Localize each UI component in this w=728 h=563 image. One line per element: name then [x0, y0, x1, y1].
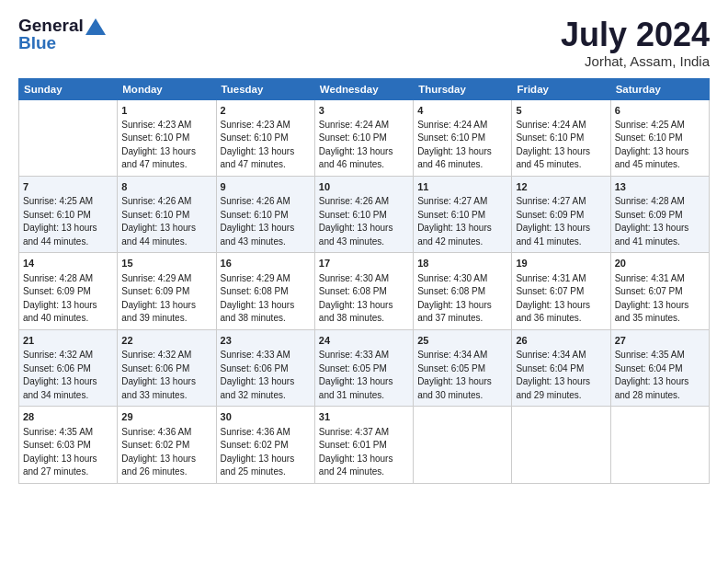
cell-content: Sunrise: 4:28 AMSunset: 6:09 PMDaylight:…: [23, 272, 113, 326]
day-number: 1: [121, 104, 211, 118]
cell-content: Sunrise: 4:28 AMSunset: 6:09 PMDaylight:…: [615, 195, 705, 248]
calendar-cell: 22Sunrise: 4:32 AMSunset: 6:06 PMDayligh…: [118, 329, 216, 406]
week-row-3: 14Sunrise: 4:28 AMSunset: 6:09 PMDayligh…: [19, 253, 710, 329]
day-number: 29: [121, 410, 211, 424]
cell-content: Sunrise: 4:27 AMSunset: 6:10 PMDaylight:…: [417, 195, 507, 248]
day-number: 19: [516, 257, 606, 270]
logo-blue: Blue: [18, 34, 106, 53]
day-number: 30: [221, 410, 311, 424]
day-number: 24: [319, 334, 409, 348]
cell-content: Sunrise: 4:35 AMSunset: 6:04 PMDaylight:…: [615, 349, 705, 402]
calendar-cell: 25Sunrise: 4:34 AMSunset: 6:05 PMDayligh…: [414, 329, 512, 406]
cell-content: Sunrise: 4:32 AMSunset: 6:06 PMDaylight:…: [121, 349, 211, 402]
column-header-wednesday: Wednesday: [314, 78, 413, 99]
day-number: 13: [615, 180, 705, 194]
calendar-cell: 1Sunrise: 4:23 AMSunset: 6:10 PMDaylight…: [118, 99, 216, 176]
cell-content: Sunrise: 4:30 AMSunset: 6:08 PMDaylight:…: [417, 272, 507, 326]
calendar-cell: 19Sunrise: 4:31 AMSunset: 6:07 PMDayligh…: [512, 253, 610, 329]
cell-content: Sunrise: 4:31 AMSunset: 6:07 PMDaylight:…: [615, 272, 705, 326]
calendar-cell: 23Sunrise: 4:33 AMSunset: 6:06 PMDayligh…: [216, 329, 314, 406]
day-number: 10: [319, 180, 409, 194]
cell-content: Sunrise: 4:29 AMSunset: 6:08 PMDaylight:…: [221, 272, 311, 326]
calendar-cell: [19, 99, 118, 176]
title-block: July 2024 Jorhat, Assam, India: [561, 17, 710, 69]
cell-content: Sunrise: 4:36 AMSunset: 6:02 PMDaylight:…: [221, 426, 311, 479]
cell-content: Sunrise: 4:32 AMSunset: 6:06 PMDaylight:…: [23, 349, 113, 402]
column-header-friday: Friday: [512, 78, 610, 99]
calendar-cell: 16Sunrise: 4:29 AMSunset: 6:08 PMDayligh…: [216, 253, 314, 329]
calendar-cell: 27Sunrise: 4:35 AMSunset: 6:04 PMDayligh…: [610, 329, 709, 406]
calendar-cell: 4Sunrise: 4:24 AMSunset: 6:10 PMDaylight…: [414, 99, 512, 176]
week-row-4: 21Sunrise: 4:32 AMSunset: 6:06 PMDayligh…: [19, 329, 710, 406]
column-header-saturday: Saturday: [610, 78, 709, 99]
calendar-cell: 6Sunrise: 4:25 AMSunset: 6:10 PMDaylight…: [610, 99, 709, 176]
cell-content: Sunrise: 4:36 AMSunset: 6:02 PMDaylight:…: [121, 426, 211, 479]
cell-content: Sunrise: 4:25 AMSunset: 6:10 PMDaylight:…: [23, 195, 113, 248]
calendar-cell: 12Sunrise: 4:27 AMSunset: 6:09 PMDayligh…: [512, 176, 610, 252]
day-number: 27: [615, 334, 705, 348]
cell-content: Sunrise: 4:33 AMSunset: 6:05 PMDaylight:…: [319, 349, 409, 402]
calendar-cell: 17Sunrise: 4:30 AMSunset: 6:08 PMDayligh…: [314, 253, 413, 329]
cell-content: Sunrise: 4:24 AMSunset: 6:10 PMDaylight:…: [319, 119, 409, 172]
cell-content: Sunrise: 4:37 AMSunset: 6:01 PMDaylight:…: [319, 426, 409, 479]
day-number: 18: [417, 257, 507, 270]
calendar-cell: 11Sunrise: 4:27 AMSunset: 6:10 PMDayligh…: [414, 176, 512, 252]
day-number: 6: [615, 104, 705, 118]
calendar-cell: 29Sunrise: 4:36 AMSunset: 6:02 PMDayligh…: [118, 407, 216, 483]
cell-content: Sunrise: 4:25 AMSunset: 6:10 PMDaylight:…: [615, 119, 705, 172]
calendar-cell: 10Sunrise: 4:26 AMSunset: 6:10 PMDayligh…: [314, 176, 413, 252]
day-number: 4: [417, 104, 507, 118]
cell-content: Sunrise: 4:26 AMSunset: 6:10 PMDaylight:…: [121, 195, 211, 248]
day-number: 26: [516, 334, 606, 348]
column-header-monday: Monday: [118, 78, 216, 99]
calendar-cell: 15Sunrise: 4:29 AMSunset: 6:09 PMDayligh…: [118, 253, 216, 329]
cell-content: Sunrise: 4:30 AMSunset: 6:08 PMDaylight:…: [319, 272, 409, 326]
day-number: 5: [516, 104, 606, 118]
cell-content: Sunrise: 4:34 AMSunset: 6:05 PMDaylight:…: [417, 349, 507, 402]
calendar-cell: 9Sunrise: 4:26 AMSunset: 6:10 PMDaylight…: [216, 176, 314, 252]
calendar-cell: 26Sunrise: 4:34 AMSunset: 6:04 PMDayligh…: [512, 329, 610, 406]
calendar-table: SundayMondayTuesdayWednesdayThursdayFrid…: [18, 78, 710, 484]
calendar-cell: 21Sunrise: 4:32 AMSunset: 6:06 PMDayligh…: [19, 329, 118, 406]
logo-icon: [85, 18, 106, 35]
calendar-cell: 14Sunrise: 4:28 AMSunset: 6:09 PMDayligh…: [19, 253, 118, 329]
logo: General Blue: [18, 17, 106, 53]
day-number: 17: [319, 257, 409, 270]
day-number: 22: [121, 334, 211, 348]
cell-content: Sunrise: 4:31 AMSunset: 6:07 PMDaylight:…: [516, 272, 606, 326]
calendar-cell: 31Sunrise: 4:37 AMSunset: 6:01 PMDayligh…: [314, 407, 413, 483]
week-row-1: 1Sunrise: 4:23 AMSunset: 6:10 PMDaylight…: [19, 99, 710, 176]
column-header-sunday: Sunday: [19, 78, 118, 99]
subtitle: Jorhat, Assam, India: [561, 53, 710, 69]
day-number: 16: [221, 257, 311, 270]
cell-content: Sunrise: 4:34 AMSunset: 6:04 PMDaylight:…: [516, 349, 606, 402]
page: General Blue July 2024 Jorhat, Assam, In…: [0, 0, 728, 563]
day-number: 28: [23, 410, 113, 424]
calendar-cell: [610, 407, 709, 483]
cell-content: Sunrise: 4:26 AMSunset: 6:10 PMDaylight:…: [221, 195, 311, 248]
day-number: 12: [516, 180, 606, 194]
cell-content: Sunrise: 4:29 AMSunset: 6:09 PMDaylight:…: [121, 272, 211, 326]
week-row-2: 7Sunrise: 4:25 AMSunset: 6:10 PMDaylight…: [19, 176, 710, 252]
calendar-cell: 18Sunrise: 4:30 AMSunset: 6:08 PMDayligh…: [414, 253, 512, 329]
cell-content: Sunrise: 4:23 AMSunset: 6:10 PMDaylight:…: [121, 119, 211, 172]
cell-content: Sunrise: 4:24 AMSunset: 6:10 PMDaylight:…: [516, 119, 606, 172]
cell-content: Sunrise: 4:26 AMSunset: 6:10 PMDaylight:…: [319, 195, 409, 248]
column-header-thursday: Thursday: [414, 78, 512, 99]
day-number: 7: [23, 180, 113, 194]
day-number: 11: [417, 180, 507, 194]
calendar-cell: 7Sunrise: 4:25 AMSunset: 6:10 PMDaylight…: [19, 176, 118, 252]
day-number: 23: [221, 334, 311, 348]
calendar-cell: 8Sunrise: 4:26 AMSunset: 6:10 PMDaylight…: [118, 176, 216, 252]
day-number: 8: [121, 180, 211, 194]
calendar-cell: 5Sunrise: 4:24 AMSunset: 6:10 PMDaylight…: [512, 99, 610, 176]
calendar-header-row: SundayMondayTuesdayWednesdayThursdayFrid…: [19, 78, 710, 99]
week-row-5: 28Sunrise: 4:35 AMSunset: 6:03 PMDayligh…: [19, 407, 710, 483]
day-number: 25: [417, 334, 507, 348]
svg-marker-0: [85, 18, 106, 35]
calendar-cell: 28Sunrise: 4:35 AMSunset: 6:03 PMDayligh…: [19, 407, 118, 483]
day-number: 20: [615, 257, 705, 270]
day-number: 2: [221, 104, 311, 118]
day-number: 9: [221, 180, 311, 194]
calendar-cell: 3Sunrise: 4:24 AMSunset: 6:10 PMDaylight…: [314, 99, 413, 176]
